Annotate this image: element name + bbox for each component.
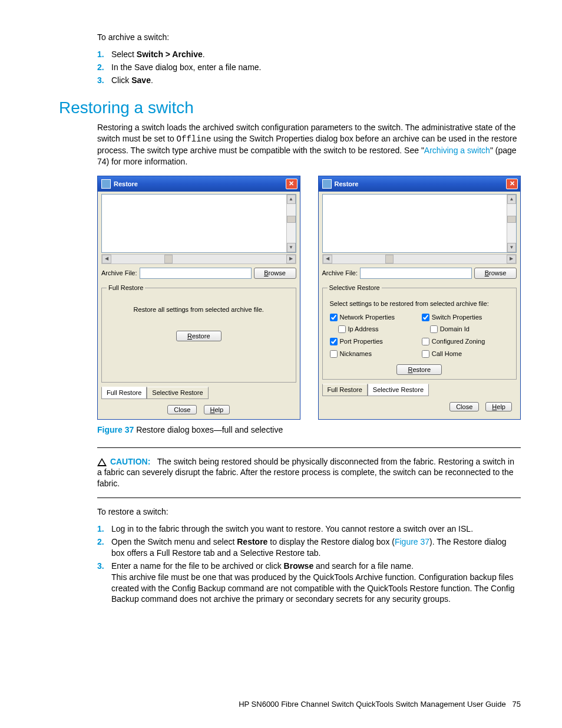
scroll-down-icon[interactable]: ▼ <box>287 243 296 252</box>
titlebar: Restore ✕ <box>319 176 521 192</box>
scroll-left-icon[interactable]: ◀ <box>323 255 332 263</box>
vertical-scrollbar[interactable]: ▲ ▼ <box>286 195 296 252</box>
scroll-left-icon[interactable]: ◀ <box>102 255 111 263</box>
restore-button[interactable]: Restore <box>176 331 222 341</box>
app-icon <box>101 179 111 189</box>
help-button[interactable]: Help <box>485 402 512 411</box>
browse-button[interactable]: Browse <box>474 268 517 279</box>
restore-steps: 1.Log in to the fabric through the switc… <box>97 523 521 605</box>
file-list[interactable]: ▲ ▼ <box>101 194 296 253</box>
help-button[interactable]: Help <box>204 405 230 414</box>
scroll-right-icon[interactable]: ▶ <box>507 255 516 263</box>
figure-link[interactable]: Figure 37 <box>395 537 429 546</box>
app-icon <box>322 179 332 189</box>
scroll-down-icon[interactable]: ▼ <box>507 243 516 252</box>
file-list[interactable]: ▲ ▼ <box>322 194 517 253</box>
restore-dialog-selective: Restore ✕ ▲ ▼ ◀ ▶ Archive File: <box>318 176 521 420</box>
vertical-scrollbar[interactable]: ▲ ▼ <box>507 195 516 252</box>
check-ip-address[interactable]: Ip Address <box>338 325 417 334</box>
tab-bar: Full Restore Selective Restore <box>101 387 296 400</box>
check-port-properties[interactable]: Port Properties <box>330 337 417 346</box>
selective-restore-legend: Selective Restore <box>328 284 382 292</box>
restore-paragraph: Restoring a switch loads the archived sw… <box>97 122 521 167</box>
archive-file-input[interactable] <box>360 268 472 279</box>
tab-bar: Full Restore Selective Restore <box>322 384 517 397</box>
close-button[interactable]: Close <box>167 405 197 414</box>
archive-intro: To archive a switch: <box>97 32 521 43</box>
close-icon[interactable]: ✕ <box>506 179 518 189</box>
close-icon[interactable]: ✕ <box>286 179 297 189</box>
figure-caption: Figure 37 Restore dialog boxes—full and … <box>97 424 521 436</box>
horizontal-scrollbar[interactable]: ◀ ▶ <box>101 254 296 264</box>
scroll-up-icon[interactable]: ▲ <box>507 195 516 204</box>
scroll-up-icon[interactable]: ▲ <box>287 195 296 204</box>
tab-selective-restore[interactable]: Selective Restore <box>368 384 429 396</box>
section-heading: Restoring a switch <box>59 97 521 119</box>
divider <box>97 498 521 498</box>
restore-intro: To restore a switch: <box>97 506 521 518</box>
selective-instruction: Select settings to be restored from sele… <box>330 299 512 308</box>
page-footer: HP SN6000 Fibre Channel Switch QuickTool… <box>59 699 521 710</box>
horizontal-scrollbar[interactable]: ◀ ▶ <box>322 254 517 264</box>
tab-full-restore[interactable]: Full Restore <box>101 387 147 399</box>
browse-button[interactable]: Browse <box>254 268 296 279</box>
restore-button[interactable]: Restore <box>396 364 442 375</box>
tab-selective-restore[interactable]: Selective Restore <box>147 387 208 399</box>
check-nicknames[interactable]: Nicknames <box>330 350 417 358</box>
archive-steps: 1.Select Switch > Archive. 2.In the Save… <box>97 49 521 86</box>
caution-block: CAUTION: The switch being restored shoul… <box>97 456 521 490</box>
full-restore-text: Restore all settings from selected archi… <box>107 305 291 314</box>
archive-file-label: Archive File: <box>322 269 358 278</box>
check-call-home[interactable]: Call Home <box>422 350 509 358</box>
figure-row: Restore ✕ ▲ ▼ ◀ ▶ Archive File: <box>97 176 521 420</box>
check-domain-id[interactable]: Domain Id <box>430 325 509 334</box>
close-button[interactable]: Close <box>449 402 479 411</box>
titlebar: Restore ✕ <box>98 176 300 192</box>
archive-file-label: Archive File: <box>101 269 137 278</box>
divider <box>97 447 521 448</box>
archive-file-input[interactable] <box>140 268 252 279</box>
full-restore-legend: Full Restore <box>107 284 145 292</box>
scroll-right-icon[interactable]: ▶ <box>286 255 296 263</box>
restore-dialog-full: Restore ✕ ▲ ▼ ◀ ▶ Archive File: <box>97 176 300 420</box>
tab-full-restore[interactable]: Full Restore <box>322 384 368 396</box>
check-network-properties[interactable]: Network Properties <box>330 313 417 322</box>
caution-icon <box>97 458 107 466</box>
check-switch-properties[interactable]: Switch Properties <box>422 313 509 322</box>
archiving-link[interactable]: Archiving a switch <box>424 146 490 155</box>
check-configured-zoning[interactable]: Configured Zoning <box>422 337 509 346</box>
